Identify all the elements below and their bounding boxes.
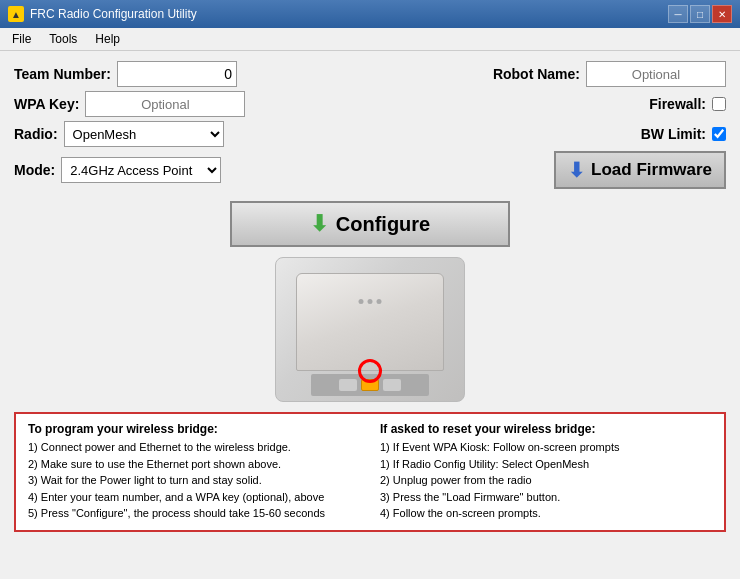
team-number-input[interactable] xyxy=(117,61,237,87)
robot-name-label: Robot Name: xyxy=(493,66,580,82)
router-body xyxy=(296,273,444,371)
router-highlight-circle xyxy=(358,359,382,383)
main-window: Team Number: Robot Name: WPA Key: Firewa… xyxy=(0,51,740,542)
radio-group: Radio: OpenMesh D-Link DAP-1522 D-Link D… xyxy=(14,121,224,147)
radio-label: Radio: xyxy=(14,126,58,142)
info-right-item-1: 1) If Radio Config Utility: Select OpenM… xyxy=(380,456,712,473)
menu-tools[interactable]: Tools xyxy=(41,30,85,48)
load-firmware-icon: ⬇ xyxy=(568,158,585,182)
robot-name-input[interactable] xyxy=(586,61,726,87)
bw-limit-checkbox[interactable] xyxy=(712,127,726,141)
radio-select[interactable]: OpenMesh D-Link DAP-1522 D-Link DAP-1522… xyxy=(64,121,224,147)
load-firmware-label: Load Firmware xyxy=(591,160,712,180)
info-right-item-0: 1) If Event WPA Kiosk: Follow on-screen … xyxy=(380,439,712,456)
window-controls: ─ □ ✕ xyxy=(668,5,732,23)
title-bar: ▲ FRC Radio Configuration Utility ─ □ ✕ xyxy=(0,0,740,28)
menu-bar: File Tools Help xyxy=(0,28,740,51)
maximize-button[interactable]: □ xyxy=(690,5,710,23)
wpa-key-label: WPA Key: xyxy=(14,96,79,112)
info-left-title: To program your wireless bridge: xyxy=(28,422,360,436)
router-image xyxy=(275,257,465,402)
router-dot-2 xyxy=(368,299,373,304)
info-right-item-2: 2) Unplug power from the radio xyxy=(380,472,712,489)
bw-limit-group: BW Limit: xyxy=(641,126,726,142)
wpa-key-group: WPA Key: xyxy=(14,91,245,117)
mode-label: Mode: xyxy=(14,162,55,178)
router-port-gray-2 xyxy=(383,379,401,391)
firewall-group: Firewall: xyxy=(649,96,726,112)
row-radio-bw: Radio: OpenMesh D-Link DAP-1522 D-Link D… xyxy=(14,121,726,147)
wpa-key-input[interactable] xyxy=(85,91,245,117)
info-right-item-3: 3) Press the "Load Firmware" button. xyxy=(380,489,712,506)
menu-help[interactable]: Help xyxy=(87,30,128,48)
info-left-item-1: 2) Make sure to use the Ethernet port sh… xyxy=(28,456,360,473)
mode-select[interactable]: 2.4GHz Access Point 5GHz Access Point Br… xyxy=(61,157,221,183)
info-left-item-2: 3) Wait for the Power light to turn and … xyxy=(28,472,360,489)
firewall-label: Firewall: xyxy=(649,96,706,112)
configure-label: Configure xyxy=(336,213,430,236)
router-dot-1 xyxy=(359,299,364,304)
router-port-gray xyxy=(339,379,357,391)
info-right-col: If asked to reset your wireless bridge: … xyxy=(380,422,712,522)
configure-icon: ⬇ xyxy=(310,211,328,237)
info-left-item-4: 5) Press "Configure", the process should… xyxy=(28,505,360,522)
info-right-item-4: 4) Follow the on-screen prompts. xyxy=(380,505,712,522)
app-icon: ▲ xyxy=(8,6,24,22)
info-left-item-3: 4) Enter your team number, and a WPA key… xyxy=(28,489,360,506)
minimize-button[interactable]: ─ xyxy=(668,5,688,23)
team-number-label: Team Number: xyxy=(14,66,111,82)
info-left-col: To program your wireless bridge: 1) Conn… xyxy=(28,422,360,522)
router-dot-3 xyxy=(377,299,382,304)
row-team-robot: Team Number: Robot Name: xyxy=(14,61,726,87)
load-firmware-button[interactable]: ⬇ Load Firmware xyxy=(554,151,726,189)
info-left-item-0: 1) Connect power and Ethernet to the wir… xyxy=(28,439,360,456)
router-image-section xyxy=(14,253,726,406)
router-dots xyxy=(359,299,382,304)
team-number-group: Team Number: xyxy=(14,61,237,87)
mode-group: Mode: 2.4GHz Access Point 5GHz Access Po… xyxy=(14,157,221,183)
info-panel: To program your wireless bridge: 1) Conn… xyxy=(14,412,726,532)
configure-button[interactable]: ⬇ Configure xyxy=(230,201,510,247)
robot-name-group: Robot Name: xyxy=(493,61,726,87)
info-right-title: If asked to reset your wireless bridge: xyxy=(380,422,712,436)
row-mode-firmware: Mode: 2.4GHz Access Point 5GHz Access Po… xyxy=(14,151,726,189)
close-button[interactable]: ✕ xyxy=(712,5,732,23)
bw-limit-label: BW Limit: xyxy=(641,126,706,142)
menu-file[interactable]: File xyxy=(4,30,39,48)
app-title: FRC Radio Configuration Utility xyxy=(30,7,197,21)
configure-section: ⬇ Configure xyxy=(14,195,726,253)
firewall-checkbox[interactable] xyxy=(712,97,726,111)
row-wpa-firewall: WPA Key: Firewall: xyxy=(14,91,726,117)
